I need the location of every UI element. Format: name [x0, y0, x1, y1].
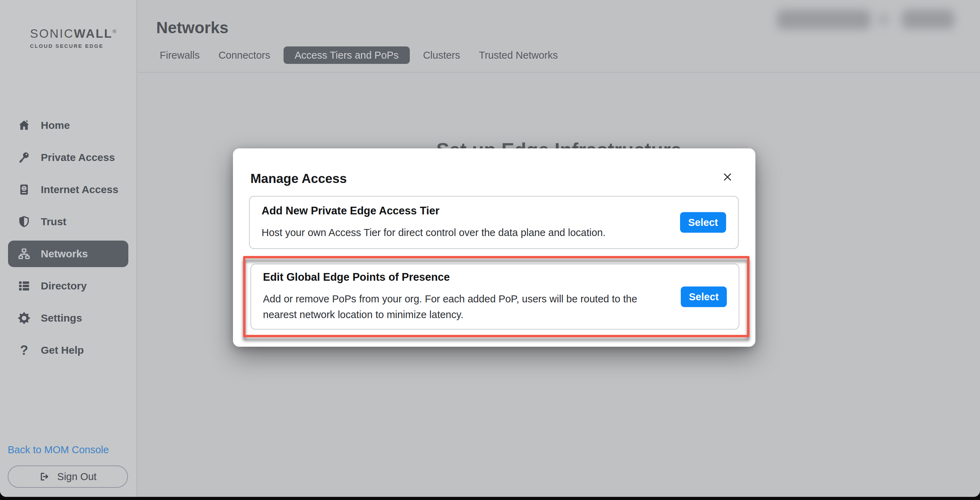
key-icon — [18, 151, 30, 164]
registered-mark: ® — [113, 29, 117, 34]
option-title: Add New Private Edge Access Tier — [262, 204, 672, 217]
sidebar-item-label: Private Access — [41, 152, 115, 163]
sidebar-item-label: Internet Access — [41, 184, 118, 195]
sidebar-item-private-access[interactable]: Private Access — [8, 144, 128, 171]
sidebar-item-label: Settings — [41, 312, 82, 324]
sitemap-icon — [18, 248, 30, 260]
manage-access-modal: Manage Access Add New Private Edge Acces… — [233, 149, 756, 347]
shield-icon — [18, 216, 30, 228]
header-tabs: Firewalls Connectors Access Tiers and Po… — [160, 46, 558, 64]
sidebar-item-directory[interactable]: Directory — [8, 273, 128, 299]
option-card-text: Add New Private Edge Access Tier Host yo… — [262, 196, 672, 248]
option-title: Edit Global Edge Points of Presence — [263, 271, 672, 284]
sign-out-button[interactable]: Sign Out — [8, 465, 128, 488]
back-to-mom-console-link[interactable]: Back to MOM Console — [8, 444, 109, 456]
sidebar-item-home[interactable]: Home — [8, 112, 128, 139]
option-card-edit-pops: Edit Global Edge Points of Presence Add … — [250, 264, 739, 330]
tab-connectors[interactable]: Connectors — [218, 50, 270, 61]
sidebar-item-get-help[interactable]: ? Get Help — [8, 337, 128, 363]
passport-globe-icon — [18, 183, 30, 196]
sidebar-item-label: Home — [41, 120, 70, 131]
sidebar: SONICWALL® CLOUD SECURE EDGE Home Privat… — [0, 0, 137, 497]
sidebar-item-label: Get Help — [41, 344, 84, 356]
tab-access-tiers-and-pops[interactable]: Access Tiers and PoPs — [283, 46, 410, 64]
sidebar-item-internet-access[interactable]: Internet Access — [8, 176, 128, 203]
sidebar-item-label: Trust — [41, 216, 66, 228]
logo-wordmark: SONICWALL® — [30, 27, 117, 40]
tab-clusters[interactable]: Clusters — [423, 50, 460, 61]
close-icon[interactable] — [718, 167, 737, 187]
tab-firewalls[interactable]: Firewalls — [160, 50, 199, 61]
logo-sonic: SONIC — [30, 27, 74, 40]
home-icon — [18, 119, 30, 132]
chevron-down-icon — [877, 13, 890, 26]
logo-tagline: CLOUD SECURE EDGE — [30, 43, 117, 49]
bottom-screen-strip — [0, 497, 980, 500]
page-title: Networks — [156, 18, 228, 37]
logo-wall: WALL — [74, 27, 113, 40]
option-description: Add or remove PoPs from your org. For ea… — [263, 291, 643, 323]
sidebar-item-label: Networks — [41, 248, 88, 260]
sidebar-item-networks[interactable]: Networks — [8, 241, 128, 267]
redacted-org-selector[interactable] — [777, 10, 870, 29]
select-button-access-tier[interactable]: Select — [680, 212, 726, 233]
question-icon: ? — [18, 344, 30, 356]
select-button-edit-pops[interactable]: Select — [681, 286, 727, 307]
tab-trusted-networks[interactable]: Trusted Networks — [479, 50, 558, 61]
gear-icon — [18, 312, 30, 324]
sidebar-item-settings[interactable]: Settings — [8, 305, 128, 331]
sidebar-nav: Home Private Access — [8, 112, 128, 369]
redacted-control[interactable] — [902, 10, 954, 29]
sidebar-item-label: Directory — [41, 280, 87, 292]
sign-out-icon — [39, 471, 49, 482]
sonicwall-logo: SONICWALL® CLOUD SECURE EDGE — [30, 27, 117, 49]
sidebar-item-trust[interactable]: Trust — [8, 208, 128, 235]
option-description: Host your own Access Tier for direct con… — [262, 225, 642, 241]
header-divider — [138, 72, 980, 73]
option-card-add-access-tier: Add New Private Edge Access Tier Host yo… — [249, 196, 739, 249]
modal-title: Manage Access — [250, 171, 347, 186]
sign-out-label: Sign Out — [57, 471, 97, 482]
app-window: SONICWALL® CLOUD SECURE EDGE Home Privat… — [0, 0, 980, 497]
option-card-text: Edit Global Edge Points of Presence Add … — [263, 264, 672, 329]
list-icon — [18, 280, 30, 292]
